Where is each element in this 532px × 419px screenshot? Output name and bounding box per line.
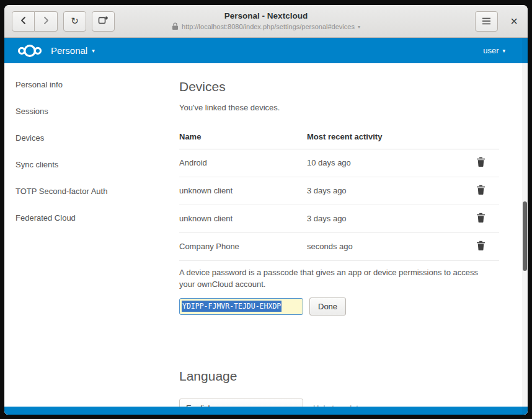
settings-sidebar: Personal info Sessions Devices Sync clie… (4, 63, 161, 415)
trash-icon (476, 215, 485, 224)
device-activity: 10 days ago (307, 149, 471, 177)
device-name: Company Phone (179, 233, 307, 261)
column-header-activity: Most recent activity (307, 126, 471, 149)
nextcloud-header: Personal ▾ user ▾ (4, 38, 528, 63)
sidebar-item-sync-clients[interactable]: Sync clients (12, 151, 161, 178)
page-scrollbar[interactable] (522, 38, 528, 415)
url-text: http://localhost:8080/index.php/settings… (182, 23, 355, 30)
new-tab-icon (98, 15, 109, 27)
trash-icon (476, 243, 485, 252)
trash-icon (476, 187, 485, 196)
new-tab-button[interactable] (92, 11, 115, 32)
history-button-group (12, 11, 58, 32)
sidebar-item-totp[interactable]: TOTP Second-factor Auth (12, 178, 161, 205)
close-button[interactable]: × (508, 15, 520, 27)
devices-section: Devices You've linked these devices. Nam… (179, 79, 503, 315)
done-button[interactable]: Done (309, 298, 346, 315)
device-row: Company Phone seconds ago (179, 233, 499, 261)
app-menu[interactable]: Personal ▾ (51, 45, 95, 56)
nextcloud-logo-icon (17, 43, 43, 58)
device-row: unknown client 3 days ago (179, 205, 499, 233)
device-activity: seconds ago (307, 233, 471, 261)
url-bar[interactable]: http://localhost:8080/index.php/settings… (117, 22, 415, 32)
app-menu-label: Personal (51, 45, 87, 56)
device-row: Android 10 days ago (179, 149, 499, 177)
settings-page: Personal info Sessions Devices Sync clie… (4, 63, 528, 415)
titlebar-nav-controls: ↻ (12, 11, 115, 32)
devices-subtitle: You've linked these devices. (179, 103, 503, 112)
window-title: Personal - Nextcloud (117, 11, 415, 20)
delete-device-button[interactable] (476, 185, 485, 195)
settings-main: Devices You've linked these devices. Nam… (161, 63, 528, 415)
sidebar-item-devices[interactable]: Devices (12, 125, 161, 151)
user-menu-label: user (483, 46, 499, 55)
reload-button[interactable]: ↻ (63, 11, 86, 32)
sidebar-item-personal-info[interactable]: Personal info (12, 71, 161, 98)
trash-icon (476, 159, 485, 169)
page-footer-strip (4, 407, 528, 415)
device-name: Android (179, 149, 307, 177)
devices-table-header-row: Name Most recent activity (179, 126, 499, 149)
back-button[interactable] (12, 11, 35, 32)
delete-device-button[interactable] (476, 213, 485, 223)
forward-button[interactable] (35, 11, 58, 32)
browser-window: ↻ Personal - Nextcloud http://localhost:… (4, 5, 528, 415)
titlebar-right-controls: × (475, 11, 520, 32)
insecure-lock-icon (172, 22, 179, 32)
device-activity: 3 days ago (307, 177, 471, 205)
device-password-field[interactable]: YDIPP-FJMVR-TEJDU-EHXDP (179, 298, 303, 315)
device-row: unknown client 3 days ago (179, 177, 499, 205)
titlebar-center: Personal - Nextcloud http://localhost:80… (117, 11, 415, 32)
device-password-value: YDIPP-FJMVR-TEJDU-EHXDP (182, 301, 282, 312)
sidebar-item-federated-cloud[interactable]: Federated Cloud (12, 205, 161, 231)
device-password-row: YDIPP-FJMVR-TEJDU-EHXDP Done (179, 298, 503, 315)
user-menu[interactable]: user ▾ (483, 46, 515, 55)
browser-titlebar: ↻ Personal - Nextcloud http://localhost:… (4, 5, 528, 38)
device-name: unknown client (179, 205, 307, 233)
column-header-actions (471, 126, 499, 149)
device-name: unknown client (179, 177, 307, 205)
devices-table: Name Most recent activity Android 10 day… (179, 126, 499, 261)
column-header-name: Name (179, 126, 307, 149)
reload-icon: ↻ (71, 15, 79, 27)
devices-title: Devices (179, 79, 503, 94)
language-title: Language (179, 369, 503, 384)
scrollbar-thumb[interactable] (523, 201, 527, 271)
forward-icon (42, 16, 50, 27)
sidebar-item-sessions[interactable]: Sessions (12, 98, 161, 125)
back-icon (19, 16, 28, 27)
menu-button[interactable] (475, 11, 498, 32)
hamburger-icon (482, 16, 491, 27)
device-password-hint: A device password is a passcode that giv… (179, 267, 489, 291)
delete-device-button[interactable] (476, 240, 485, 250)
device-activity: 3 days ago (307, 205, 471, 233)
delete-device-button[interactable] (476, 157, 485, 167)
app-menu-caret-icon: ▾ (92, 48, 95, 54)
user-menu-caret-icon: ▾ (502, 48, 505, 54)
url-dropdown-caret: ▾ (358, 24, 360, 30)
